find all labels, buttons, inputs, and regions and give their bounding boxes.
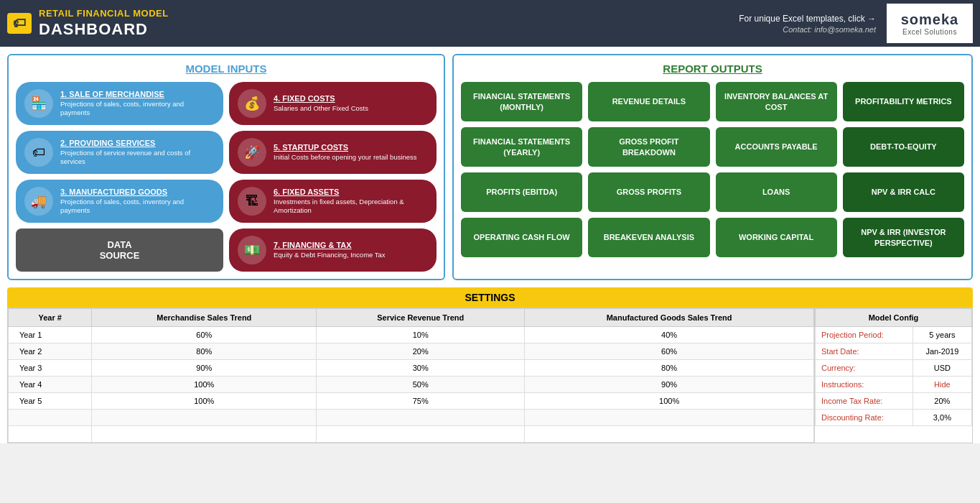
logo-excel: Excel Solutions	[902, 28, 957, 36]
cell-service4: 50%	[317, 377, 525, 393]
logo-someka: someka	[901, 11, 959, 28]
col-header-manuf: Manufactured Goods Sales Trend	[525, 309, 814, 327]
app-subtitle: RETAIL FINANCIAL MODEL	[39, 8, 169, 19]
btn-npv-irr-investor[interactable]: NPV & IRR (INVESTOR PERSPECTIVE)	[843, 218, 964, 257]
card-financing-tax[interactable]: 💵 7. FINANCING & TAX Equity & Debt Finan…	[229, 229, 437, 272]
btn-financial-statements-monthly[interactable]: FINANCIAL STATEMENTS (MONTHLY)	[461, 82, 582, 121]
config-value-instructions[interactable]: Hide	[913, 377, 971, 393]
config-value-projection: 5 years	[913, 327, 971, 343]
card-text-financing-tax: 7. FINANCING & TAX Equity & Debt Financi…	[274, 241, 386, 259]
cell-service3: 30%	[317, 360, 525, 377]
btn-revenue-details[interactable]: REVENUE DETAILS	[588, 82, 709, 121]
cell-service1: 10%	[317, 327, 525, 343]
btn-gross-profit-breakdown[interactable]: GROSS PROFIT BREAKDOWN	[588, 127, 709, 167]
btn-profits-ebitda[interactable]: PROFITS (EBITDA)	[461, 172, 582, 212]
card-fixed-assets[interactable]: 🏗 6. FIXED ASSETS Investments in fixed a…	[229, 180, 437, 223]
header-left: RETAIL FINANCIAL MODEL DASHBOARD	[39, 8, 169, 39]
config-title: Model Config	[816, 309, 972, 327]
card-title-fixed-costs: 4. FIXED COSTS	[274, 94, 368, 103]
col-header-merch: Merchandise Sales Trend	[92, 309, 317, 327]
promo-text[interactable]: For unique Excel templates, click →	[739, 14, 876, 24]
config-label-start: Start Date:	[816, 343, 913, 360]
cell-manuf3: 80%	[525, 360, 814, 377]
cell-service2: 20%	[317, 343, 525, 360]
config-value-discount: 3,0%	[913, 410, 971, 426]
table-row: Year 3 90% 30% 80%	[9, 360, 814, 377]
btn-operating-cash-flow[interactable]: OPERATING CASH FLOW	[461, 218, 582, 257]
btn-working-capital[interactable]: WORKING CAPITAL	[716, 218, 837, 257]
config-value-tax: 20%	[913, 393, 971, 410]
config-label-discount: Discounting Rate:	[816, 410, 913, 426]
card-desc-startup-costs: Initial Costs before opening your retail…	[274, 153, 417, 162]
config-value-currency: USD	[913, 360, 971, 377]
settings-content: Year # Merchandise Sales Trend Service R…	[7, 308, 973, 443]
card-desc-fixed-assets: Investments in fixed assets, Depreciatio…	[274, 198, 428, 216]
btn-debt-to-equity[interactable]: DEBT-TO-EQUITY	[843, 127, 964, 167]
card-text-providing-services: 2. PROVIDING SERVICES Projections of ser…	[60, 139, 215, 167]
card-providing-services[interactable]: 🏷 2. PROVIDING SERVICES Projections of s…	[16, 131, 223, 174]
card-title-startup-costs: 5. STARTUP COSTS	[274, 143, 417, 152]
contact-text: Contact: info@someka.net	[783, 25, 876, 34]
config-value-start: Jan-2019	[913, 343, 971, 360]
config-panel: Model Config Projection Period: 5 years …	[814, 308, 972, 443]
btn-loans[interactable]: LOANS	[716, 172, 837, 212]
col-header-year: Year #	[9, 309, 92, 327]
cell-manuf1: 40%	[525, 327, 814, 343]
card-data-source[interactable]: DATASOURCE	[16, 229, 223, 272]
outputs-grid: FINANCIAL STATEMENTS (MONTHLY) REVENUE D…	[461, 82, 964, 257]
report-outputs-title: REPORT OUTPUTS	[461, 63, 964, 75]
btn-financial-statements-yearly[interactable]: FINANCIAL STATEMENTS (YEARLY)	[461, 127, 582, 167]
model-inputs-title: MODEL INPUTS	[16, 63, 437, 75]
card-fixed-costs[interactable]: 💰 4. FIXED COSTS Salaries and Other Fixe…	[229, 82, 437, 125]
btn-profitability-metrics[interactable]: PROFITABILITY METRICS	[843, 82, 964, 121]
card-title-providing-services: 2. PROVIDING SERVICES	[60, 139, 215, 147]
config-label-projection: Projection Period:	[816, 327, 913, 343]
card-desc-sale-merchandise: Projections of sales, costs, inventory a…	[60, 100, 215, 118]
card-desc-fixed-costs: Salaries and Other Fixed Costs	[274, 104, 368, 113]
card-text-fixed-assets: 6. FIXED ASSETS Investments in fixed ass…	[274, 188, 428, 216]
table-row: Year 1 60% 10% 40%	[9, 327, 814, 343]
btn-accounts-payable[interactable]: ACCOUNTS PAYABLE	[716, 127, 837, 167]
settings-title: SETTINGS	[7, 287, 973, 308]
cell-year1: Year 1	[9, 327, 92, 343]
card-text-sale-merchandise: 1. SALE OF MERCHANDISE Projections of sa…	[60, 90, 215, 118]
config-row: Projection Period: 5 years	[816, 327, 972, 343]
config-row: Instructions: Hide	[816, 377, 972, 393]
btn-npv-irr-calc[interactable]: NPV & IRR CALC	[843, 172, 964, 212]
fixed-assets-icon: 🏗	[238, 187, 266, 216]
startup-costs-icon: 🚀	[238, 138, 266, 167]
table-row: Year 5 100% 75% 100%	[9, 393, 814, 410]
cell-merch1: 60%	[92, 327, 317, 343]
table-row: Year 4 100% 50% 90%	[9, 377, 814, 393]
card-text-fixed-costs: 4. FIXED COSTS Salaries and Other Fixed …	[274, 94, 368, 113]
main-content: MODEL INPUTS 🏪 1. SALE OF MERCHANDISE Pr…	[0, 47, 980, 443]
top-section: MODEL INPUTS 🏪 1. SALE OF MERCHANDISE Pr…	[0, 47, 980, 287]
cell-merch4: 100%	[92, 377, 317, 393]
header-right: For unique Excel templates, click → Cont…	[739, 14, 876, 34]
cell-manuf2: 60%	[525, 343, 814, 360]
card-startup-costs[interactable]: 🚀 5. STARTUP COSTS Initial Costs before …	[229, 131, 437, 174]
btn-gross-profits[interactable]: GROSS PROFITS	[588, 172, 709, 212]
cell-merch3: 90%	[92, 360, 317, 377]
report-outputs-panel: REPORT OUTPUTS FINANCIAL STATEMENTS (MON…	[452, 54, 973, 280]
inputs-grid: 🏪 1. SALE OF MERCHANDISE Projections of …	[16, 82, 437, 272]
config-label-currency: Currency:	[816, 360, 913, 377]
config-label-instructions: Instructions:	[816, 377, 913, 393]
btn-breakeven-analysis[interactable]: BREAKEVEN ANALYSIS	[588, 218, 709, 257]
cell-year5: Year 5	[9, 393, 92, 410]
card-title-manufactured-goods: 3. MANUFACTURED GOODS	[60, 188, 215, 196]
header: 🏷 RETAIL FINANCIAL MODEL DASHBOARD For u…	[0, 0, 980, 47]
config-row: Discounting Rate: 3,0%	[816, 410, 972, 426]
btn-inventory-balances[interactable]: INVENTORY BALANCES AT COST	[716, 82, 837, 121]
col-header-service: Service Revenue Trend	[317, 309, 525, 327]
settings-table: Year # Merchandise Sales Trend Service R…	[8, 308, 814, 443]
cell-year4: Year 4	[9, 377, 92, 393]
cell-manuf4: 90%	[525, 377, 814, 393]
fixed-costs-icon: 💰	[238, 89, 266, 118]
config-row: Start Date: Jan-2019	[816, 343, 972, 360]
card-desc-financing-tax: Equity & Debt Financing, Income Tax	[274, 251, 386, 259]
card-sale-merchandise[interactable]: 🏪 1. SALE OF MERCHANDISE Projections of …	[16, 82, 223, 125]
cell-year3: Year 3	[9, 360, 92, 377]
card-manufactured-goods[interactable]: 🚚 3. MANUFACTURED GOODS Projections of s…	[16, 180, 223, 223]
page-title: DASHBOARD	[39, 20, 169, 39]
